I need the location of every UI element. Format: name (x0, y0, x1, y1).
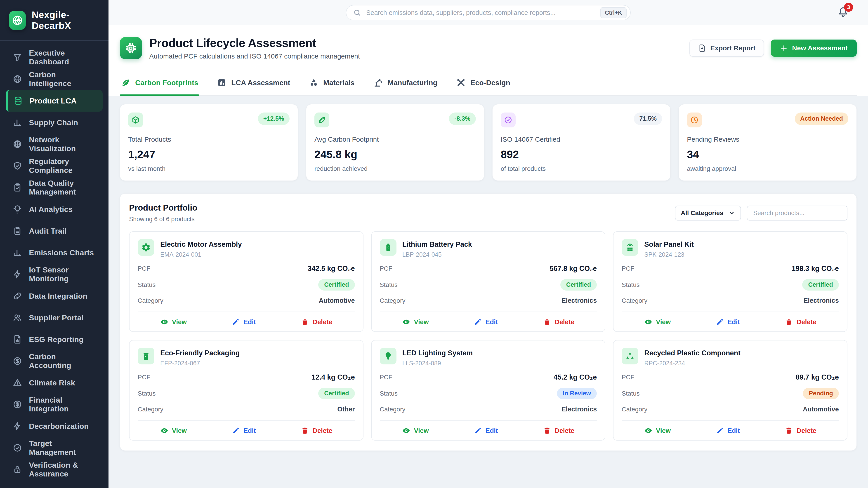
battery-icon (383, 242, 393, 252)
sidebar-item-label: IoT Sensor Monitoring (29, 265, 96, 283)
stat-subtext: awaiting approval (687, 165, 848, 172)
product-code: EMA-2024-001 (160, 251, 242, 258)
stat-value: 1,247 (128, 148, 289, 161)
view-button[interactable]: View (402, 318, 429, 326)
tab-manufacturing[interactable]: Manufacturing (372, 73, 438, 95)
portfolio-title: Product Portfolio (129, 203, 197, 213)
main-content: Ctrl+K 3 Product Lifecycle Assessment Au… (108, 0, 868, 488)
sidebar-item-climate-risk[interactable]: Climate Risk (6, 372, 103, 394)
dollar-circle-icon (13, 356, 22, 366)
check-circle-icon (13, 443, 22, 453)
product-icon-badge (380, 348, 397, 364)
sidebar-item-network-visualization[interactable]: Network Visualization (6, 133, 103, 155)
sidebar-item-carbon-intelligence[interactable]: Carbon Intelligence (6, 68, 103, 90)
pcf-label: PCF (380, 265, 393, 272)
sidebar-item-decarbonization[interactable]: Decarbonization (6, 415, 103, 437)
view-button[interactable]: View (402, 427, 429, 435)
alert-triangle-icon (13, 378, 22, 387)
edit-button[interactable]: Edit (474, 318, 498, 326)
trend-badge: -8.3% (449, 112, 476, 125)
tools-icon (456, 78, 466, 88)
edit-button[interactable]: Edit (716, 427, 740, 435)
sidebar-item-esg-reporting[interactable]: ESG Reporting (6, 328, 103, 350)
delete-button[interactable]: Delete (301, 318, 332, 326)
sidebar-item-verification-assurance[interactable]: Verification & Assurance (6, 459, 103, 480)
stat-icon-badge (314, 112, 329, 127)
delete-button[interactable]: Delete (543, 318, 575, 326)
sidebar-item-carbon-accounting[interactable]: Carbon Accounting (6, 350, 103, 372)
sidebar-item-label: Financial Integration (29, 396, 96, 413)
stat-label: Avg Carbon Footprint (314, 135, 476, 143)
sidebar-item-supplier-portal[interactable]: Supplier Portal (6, 307, 103, 328)
sidebar-item-iot-sensor-monitoring[interactable]: IoT Sensor Monitoring (6, 263, 103, 285)
recycle-icon (625, 351, 635, 361)
product-icon-badge (622, 348, 638, 364)
view-button[interactable]: View (160, 427, 187, 435)
global-search[interactable]: Ctrl+K (346, 5, 631, 20)
category-filter-value: All Categories (681, 209, 723, 217)
product-grid: Electric Motor AssemblyEMA-2024-001 PCF3… (129, 231, 847, 441)
tab-materials[interactable]: Materials (308, 73, 355, 95)
edit-button[interactable]: Edit (474, 427, 498, 435)
category-label: Category (622, 406, 647, 413)
sidebar-item-data-integration[interactable]: Data Integration (6, 285, 103, 307)
tab-label: Carbon Footprints (135, 78, 198, 87)
sidebar-item-regulatory-compliance[interactable]: Regulatory Compliance (6, 155, 103, 177)
sidebar-item-product-lca[interactable]: Product LCA (6, 90, 103, 111)
notifications-button[interactable]: 3 (837, 6, 849, 18)
sidebar-item-label: Supplier Portal (29, 313, 84, 322)
trash-icon (543, 427, 551, 435)
tab-label: LCA Assessment (231, 78, 290, 87)
sidebar-item-financial-integration[interactable]: Financial Integration (6, 394, 103, 415)
status-label: Status (138, 390, 156, 397)
robot-arm-icon (373, 78, 383, 88)
edit-button[interactable]: Edit (716, 318, 740, 326)
page-title-icon-badge (120, 37, 142, 59)
view-button[interactable]: View (644, 427, 671, 435)
edit-button[interactable]: Edit (232, 318, 256, 326)
delete-button[interactable]: Delete (785, 427, 816, 435)
product-search-input[interactable] (747, 205, 847, 221)
tab-lca-assessment[interactable]: LCA Assessment (216, 73, 291, 95)
product-card-led-lighting-system: LED Lighting SystemLLS-2024-089 PCF45.2 … (371, 340, 606, 441)
stat-icon-badge (501, 112, 516, 127)
delete-label: Delete (797, 318, 816, 326)
edit-button[interactable]: Edit (232, 427, 256, 435)
trash-icon (785, 318, 793, 326)
bar-chart-icon (13, 248, 22, 257)
eye-icon (160, 427, 168, 435)
sidebar-item-label: Audit Trail (29, 227, 66, 235)
brand: Nexgile-DecarbX (0, 0, 108, 41)
view-button[interactable]: View (160, 318, 187, 326)
product-code: RPC-2024-234 (644, 360, 741, 367)
category-value: Other (337, 405, 355, 413)
edit-label: Edit (243, 318, 256, 326)
delete-label: Delete (555, 427, 575, 434)
view-label: View (414, 318, 429, 326)
sidebar-item-ai-analytics[interactable]: AI Analytics (6, 198, 103, 220)
global-search-input[interactable] (366, 9, 595, 17)
sidebar-item-executive-dashboard[interactable]: Executive Dashboard (6, 46, 103, 68)
sidebar-item-audit-trail[interactable]: Audit Trail (6, 220, 103, 242)
export-report-label: Export Report (710, 44, 755, 52)
category-value: Automotive (319, 297, 355, 304)
category-label: Category (380, 297, 405, 304)
pencil-icon (232, 427, 240, 435)
new-assessment-button[interactable]: New Assessment (771, 39, 857, 57)
sidebar-item-label: Executive Dashboard (29, 48, 96, 66)
delete-button[interactable]: Delete (543, 427, 575, 435)
delete-button[interactable]: Delete (785, 318, 816, 326)
page-header: Product Lifecycle Assessment Automated P… (108, 25, 868, 96)
globe-grid-icon (13, 139, 22, 149)
tab-eco-design[interactable]: Eco-Design (455, 73, 511, 95)
category-filter-select[interactable]: All Categories (675, 205, 741, 221)
export-report-button[interactable]: Export Report (689, 39, 764, 57)
tab-carbon-footprints[interactable]: Carbon Footprints (120, 73, 199, 95)
sidebar-item-emissions-charts[interactable]: Emissions Charts (6, 242, 103, 263)
sidebar-item-data-quality-management[interactable]: Data Quality Management (6, 177, 103, 198)
delete-button[interactable]: Delete (301, 427, 332, 435)
view-button[interactable]: View (644, 318, 671, 326)
sidebar-item-target-management[interactable]: Target Management (6, 437, 103, 459)
sidebar-item-supply-chain[interactable]: Supply Chain (6, 111, 103, 133)
status-label: Status (138, 281, 156, 289)
